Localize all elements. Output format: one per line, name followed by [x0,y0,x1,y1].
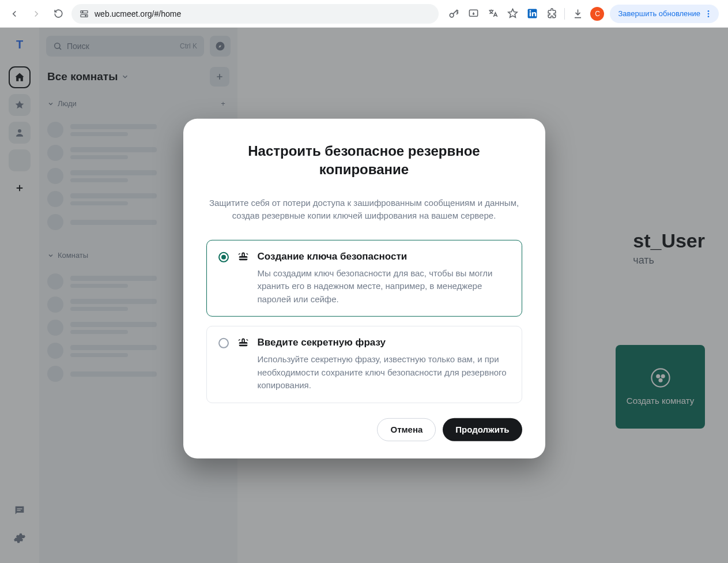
divider [564,8,565,20]
modal-actions: Отмена Продолжить [206,418,522,441]
option-title: Создание ключа безопасности [258,251,510,262]
option-generate-key[interactable]: Создание ключа безопасности Мы создадим … [206,240,522,317]
svg-rect-0 [81,10,88,13]
svg-rect-1 [81,14,88,17]
svg-point-3 [85,15,86,16]
reload-button[interactable] [50,5,67,22]
extensions-icon[interactable] [545,7,559,21]
continue-button[interactable]: Продолжить [443,418,522,441]
forward-button[interactable] [28,5,45,22]
svg-point-7 [708,10,710,12]
url-text: web.ucmeet.org/#/home [95,9,181,18]
option-title: Введите секретную фразу [258,337,510,348]
key-icon[interactable] [447,7,461,21]
install-app-icon[interactable] [466,7,480,21]
app: T Поиск Ctrl K [0,28,728,563]
radio-icon [218,252,229,262]
chrome-actions: C Завершить обновление [443,5,722,23]
radio-icon [218,338,229,348]
browser-chrome: web.ucmeet.org/#/home C Завершить обновл… [0,0,728,28]
profile-avatar[interactable]: C [590,7,604,21]
bookmark-icon[interactable] [506,7,519,21]
url-bar[interactable]: web.ucmeet.org/#/home [71,4,439,24]
downloads-icon[interactable] [571,7,584,21]
update-button[interactable]: Завершить обновление [610,5,719,23]
option-description: Мы создадим ключ безопасности для вас, ч… [258,267,510,306]
secure-backup-modal: Настроить безопасное резервное копирован… [183,119,545,459]
translate-icon[interactable] [486,7,500,21]
option-enter-phrase[interactable]: Введите секретную фразу Используйте секр… [206,326,522,403]
modal-options: Создание ключа безопасности Мы создадим … [206,240,522,403]
lock-icon [237,337,250,392]
svg-point-9 [708,16,710,17]
svg-point-2 [82,11,84,12]
back-button[interactable] [6,5,23,22]
cancel-button[interactable]: Отмена [377,418,436,441]
linkedin-icon[interactable] [525,7,539,21]
site-settings-icon[interactable] [80,9,89,18]
modal-description: Защитите себя от потери доступа к зашифр… [206,197,522,223]
lock-icon [237,251,250,306]
modal-title: Настроить безопасное резервное копирован… [206,142,522,179]
svg-point-8 [708,13,710,14]
option-description: Используйте секретную фразу, известную т… [258,353,510,392]
